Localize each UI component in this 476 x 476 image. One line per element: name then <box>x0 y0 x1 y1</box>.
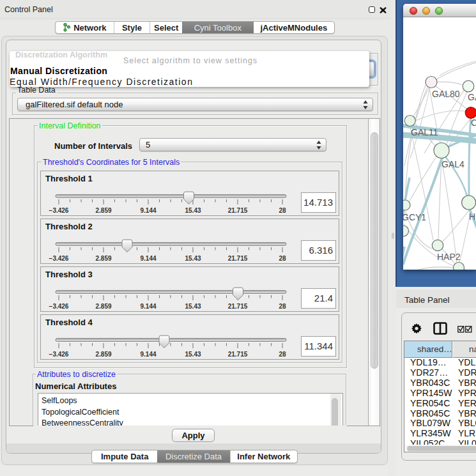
svg-text:H: H <box>469 211 475 222</box>
svg-text:21.715: 21.715 <box>228 351 248 358</box>
svg-text:9.144: 9.144 <box>140 207 156 214</box>
svg-text:15.43: 15.43 <box>185 351 201 358</box>
svg-text:9.144: 9.144 <box>140 351 156 358</box>
svg-text:2.859: 2.859 <box>95 351 111 358</box>
svg-text:15.43: 15.43 <box>185 255 201 262</box>
svg-text:HAP2: HAP2 <box>437 252 461 262</box>
svg-text:2.859: 2.859 <box>95 207 111 214</box>
svg-text:28: 28 <box>279 303 286 310</box>
svg-text:GAL4: GAL4 <box>441 159 464 169</box>
svg-text:21.715: 21.715 <box>228 207 248 214</box>
svg-text:15.43: 15.43 <box>185 303 201 310</box>
svg-text:−3.426: −3.426 <box>49 303 69 310</box>
svg-text:GA: GA <box>468 92 476 102</box>
svg-text:2.859: 2.859 <box>95 303 111 310</box>
svg-text:9.144: 9.144 <box>140 255 156 262</box>
svg-text:21.715: 21.715 <box>228 255 248 262</box>
svg-text:28: 28 <box>279 255 286 262</box>
svg-text:28: 28 <box>279 207 286 214</box>
svg-text:−3.426: −3.426 <box>49 351 69 358</box>
svg-text:28: 28 <box>279 351 286 358</box>
svg-text:GCY1: GCY1 <box>403 212 426 222</box>
svg-text:GAL80: GAL80 <box>432 89 460 99</box>
svg-text:2.859: 2.859 <box>95 255 111 262</box>
svg-text:GAL11: GAL11 <box>411 127 438 137</box>
svg-text:9.144: 9.144 <box>140 303 156 310</box>
svg-text:−3.426: −3.426 <box>49 207 69 214</box>
svg-text:21.715: 21.715 <box>228 303 248 310</box>
svg-text:−3.426: −3.426 <box>49 255 69 262</box>
svg-text:15.43: 15.43 <box>185 207 201 214</box>
svg-text:C: C <box>471 118 476 128</box>
